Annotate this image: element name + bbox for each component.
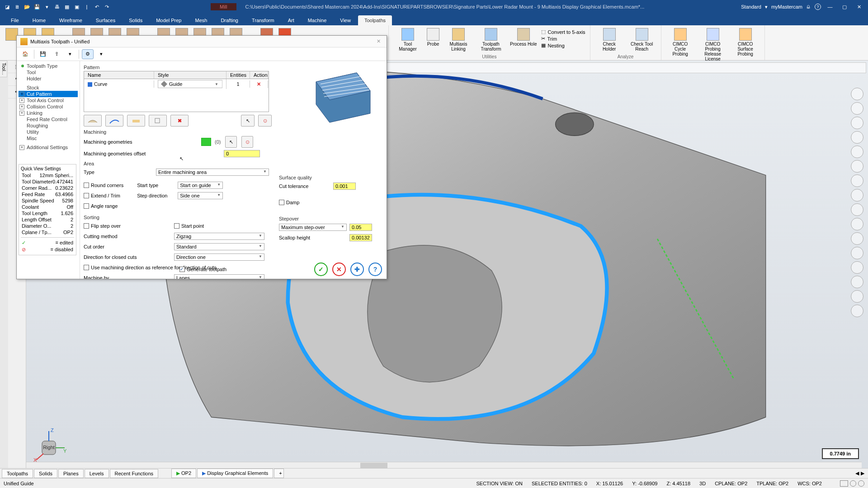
qat-redo-icon[interactable]: ↷ [102,2,111,11]
tree-collision-control[interactable]: Collision Control [19,103,78,110]
tree-stock[interactable]: Stock [19,84,78,91]
trim-button[interactable]: ✂Trim [541,36,585,42]
gizmo-zoom-icon[interactable] [851,88,863,100]
dlg-tb-home-icon[interactable]: 🏠 [19,49,31,59]
status-wcs[interactable]: WCS: OP2 [797,481,822,486]
hdr-style[interactable]: Style [154,71,226,79]
tab-home[interactable]: Home [26,15,52,25]
gizmo-right-icon[interactable] [851,189,863,202]
tab-nav-left-icon[interactable]: ◀ [855,470,859,476]
gizmo-extra-1-icon[interactable] [851,261,863,274]
tree-roughing[interactable]: Roughing [19,122,78,129]
viewtab-display-graphical[interactable]: ▶ Display Graphical Elements [197,469,273,478]
tab-nav-right-icon[interactable]: ▶ [861,470,864,476]
gizmo-iso-icon[interactable] [851,145,863,158]
tree-feed-rate[interactable]: Feed Rate Control [19,116,78,122]
stepover-mode-dropdown[interactable]: Maximum step-over▼ [279,224,347,231]
tool-manager-button[interactable]: Tool Manager [393,27,422,52]
cut-tolerance-input[interactable] [333,183,356,190]
tab-art[interactable]: Art [282,15,301,25]
multiaxis-linking-button[interactable]: Multiaxis Linking [444,27,473,52]
gizmo-rotate-icon[interactable] [851,117,863,129]
close-window-button[interactable]: ✕ [854,2,864,11]
gizmo-extra-3-icon[interactable] [851,290,863,303]
tree-toolpath-type[interactable]: Toolpath Type [19,63,78,69]
start-point-checkbox[interactable]: Start point [174,223,204,229]
toolpath-transform-button[interactable]: Toolpath Transform [476,27,505,52]
angle-range-checkbox[interactable]: Angle range [84,202,123,211]
cutting-method-dropdown[interactable]: Zigzag▼ [174,233,264,240]
dlg-tb-export-icon[interactable]: ⇪ [51,49,62,59]
machining-offset-input[interactable] [224,150,260,157]
round-corners-checkbox[interactable]: Round corners [84,181,123,190]
btab-toolpaths[interactable]: Toolpaths [2,469,33,478]
status-cplane[interactable]: CPLANE: OP2 [715,481,747,486]
gizmo-fit-icon[interactable] [851,102,863,115]
pattern-cube-icon[interactable] [149,115,167,127]
style-dropdown[interactable]: Guide▼ [158,80,222,88]
gizmo-extra-2-icon[interactable] [851,276,863,288]
btab-levels[interactable]: Levels [85,469,109,478]
help-icon[interactable]: ? [815,4,821,10]
tree-additional-settings[interactable]: Additional Settings [19,144,78,150]
tab-wireframe[interactable]: Wireframe [53,15,89,25]
pattern-row[interactable]: Curve Guide▼ 1 ✕ [84,79,269,89]
qat-icon-b[interactable]: ▣ [72,2,81,11]
cimco-surface-button[interactable]: CIMCO Surface Probing [731,27,760,57]
hdr-name[interactable]: Name [84,71,154,79]
tab-view[interactable]: View [334,15,357,25]
convert-5axis-button[interactable]: ⬚Convert to 5-axis [541,29,585,35]
dir-closed-dropdown[interactable]: Direction one▼ [174,253,264,261]
btab-recent[interactable]: Recent Functions [110,469,159,478]
tab-file[interactable]: File [5,15,25,25]
maximize-button[interactable]: ▢ [839,2,850,11]
pattern-delete-icon[interactable]: ✖ [170,115,189,127]
notification-icon[interactable]: 🕭 [806,4,811,9]
status-tplane[interactable]: TPLANE: OP2 [756,481,788,486]
tab-toolpaths[interactable]: Toolpaths [358,15,392,25]
area-type-dropdown[interactable]: Entire machining area▼ [156,169,269,176]
extend-trim-checkbox[interactable]: Extend / Trim [84,191,123,200]
tab-surfaces[interactable]: Surfaces [90,15,122,25]
machining-geom-pick-icon[interactable]: ↖ [225,136,237,148]
pattern-curve-icon[interactable] [105,115,123,127]
user-label[interactable]: myMastercam [771,4,802,9]
hdr-action[interactable]: Action [250,71,268,79]
pattern-surface-icon[interactable] [84,115,102,127]
viewtab-add-button[interactable]: + [274,469,284,478]
pattern-plane-icon[interactable] [127,115,145,127]
workspace-chevron-icon[interactable]: ▾ [765,4,768,10]
dlg-tb-save-icon[interactable]: 💾 [37,49,49,59]
gizmo-section-icon[interactable] [851,203,863,216]
machining-geom-swatch[interactable] [201,138,211,146]
axis-gnomon[interactable]: Right Z Y X [31,427,67,464]
gizmo-shade-icon[interactable] [851,218,863,230]
stepover-value-input[interactable] [349,224,372,231]
qat-open-icon[interactable]: 📂 [23,2,32,11]
gizmo-front-icon[interactable] [851,174,863,187]
gizmo-pan-icon[interactable] [851,131,863,144]
tab-solids[interactable]: Solids [123,15,149,25]
cimco-release-button[interactable]: CIMCO Probing Release License [698,27,727,62]
dlg-tb-chevron-icon[interactable]: ▾ [64,49,76,59]
horizontal-scrollbar[interactable] [26,462,862,468]
dlg-tb-gear-icon[interactable]: ⚙ [82,49,94,59]
gizmo-extra-4-icon[interactable] [851,305,863,317]
process-hole-button[interactable]: Process Hole [509,27,538,47]
cancel-button[interactable]: ✕ [332,263,346,276]
qat-icon-a[interactable]: ▦ [62,2,71,11]
toolpaths-panel-tab[interactable]: Tool... [0,61,7,77]
qat-app-icon[interactable]: ◪ [3,2,12,11]
generate-toolpath-checkbox[interactable]: Generate toolpath [179,267,226,272]
qat-saveas-icon[interactable]: ▾ [42,2,52,11]
check-toolreach-button[interactable]: Check Tool Reach [627,27,656,52]
tree-misc[interactable]: Misc [19,135,78,141]
delete-row-button[interactable]: ✕ [257,81,261,87]
tree-cut-pattern[interactable]: Cut Pattern [19,91,78,97]
gizmo-material-icon[interactable] [851,247,863,259]
cut-order-dropdown[interactable]: Standard▼ [174,243,264,250]
qat-undo-icon[interactable]: ↶ [92,2,101,11]
tree-utility[interactable]: Utility [19,129,78,135]
workspace-label[interactable]: Standard [741,4,761,9]
apply-button[interactable]: ✚ [350,263,364,276]
